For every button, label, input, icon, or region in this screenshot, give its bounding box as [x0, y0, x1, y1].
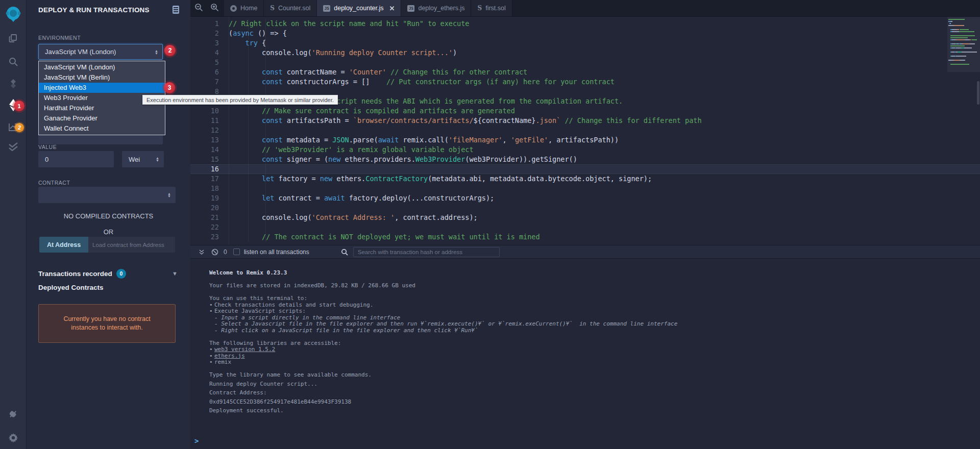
- tab-label: first.sol: [485, 5, 506, 12]
- code-line: 10 // Make sure contract is compiled and…: [190, 106, 980, 116]
- pending-tx-count: 0: [224, 248, 227, 256]
- terminal-line: Check transactions details and start deb…: [209, 302, 980, 309]
- terminal-line: remix: [209, 359, 980, 366]
- line-number: 16: [190, 164, 229, 174]
- panel-title: DEPLOY & RUN TRANSACTIONS: [38, 6, 150, 14]
- javascript-file-icon: JS: [407, 5, 414, 12]
- select-arrows-icon: ▲▼: [156, 157, 159, 162]
- line-number: 12: [190, 126, 229, 135]
- terminal[interactable]: Welcome to Remix 0.23.3 Your files are s…: [190, 259, 980, 449]
- clear-console-icon[interactable]: [208, 248, 222, 256]
- line-number: 2: [190, 29, 229, 38]
- listen-transactions-label: listen on all transactions: [244, 248, 309, 256]
- solidity-compiler-icon[interactable]: [0, 74, 27, 95]
- javascript-file-icon: JS: [323, 5, 330, 12]
- tab-deploy-counter-js[interactable]: JSdeploy_counter.js✕: [317, 0, 401, 16]
- tabs-container: HomeSCounter.solJSdeploy_counter.js✕JSde…: [224, 0, 512, 16]
- env-option-injected-web3[interactable]: Injected Web3: [39, 83, 165, 93]
- deploy-run-panel: DEPLOY & RUN TRANSACTIONS ENVIRONMENT Ja…: [27, 0, 190, 449]
- expand-terminal-icon[interactable]: [195, 249, 208, 255]
- contract-select[interactable]: ▲▼: [38, 187, 176, 203]
- code-line: 20: [190, 203, 980, 213]
- tab-label: deploy_counter.js: [334, 5, 383, 12]
- code-line: 1// Right click on the script name and h…: [190, 19, 980, 29]
- terminal-line: Your files are stored in indexedDB, 29.8…: [209, 283, 980, 289]
- code-line: 4 console.log('Running deploy Counter sc…: [190, 48, 980, 58]
- line-number: 13: [190, 135, 229, 145]
- tab-counter-sol[interactable]: SCounter.sol: [264, 0, 317, 16]
- tab-deploy-ethers-js[interactable]: JSdeploy_ethers.js: [401, 0, 471, 16]
- or-text: OR: [27, 228, 190, 236]
- env-option-wallet-connect[interactable]: Wallet Connect: [39, 123, 165, 134]
- tab-label: deploy_ethers.js: [418, 5, 464, 12]
- terminal-prompt[interactable]: >: [194, 437, 199, 445]
- env-option-ganache-provider[interactable]: Ganache Provider: [39, 113, 165, 123]
- zoom-out-icon[interactable]: [194, 3, 203, 14]
- tab-label: Home: [240, 5, 257, 12]
- code-line: 21 console.log('Contract Address: ', con…: [190, 213, 980, 222]
- terminal-toolbar: 0 listen on all transactions: [190, 245, 980, 259]
- terminal-link[interactable]: web3 version 1.5.2: [209, 346, 980, 353]
- terminal-line: Deployment successful.: [209, 408, 980, 414]
- remix-logo-icon[interactable]: [0, 3, 27, 24]
- code-line: 13 const metadata = JSON.parse(await rem…: [190, 135, 980, 145]
- environment-label: ENVIRONMENT: [38, 35, 81, 41]
- terminal-line: Running deploy Counter script...: [209, 381, 980, 388]
- line-number: 15: [190, 155, 229, 164]
- solidity-file-icon: S: [270, 5, 275, 12]
- minimap[interactable]: [948, 19, 977, 66]
- terminal-search-icon: [338, 248, 351, 256]
- terminal-link[interactable]: ethers.js: [209, 353, 980, 360]
- terminal-search-input[interactable]: [353, 247, 500, 257]
- code-line: 14 // 'web3Provider' is a remix global v…: [190, 145, 980, 155]
- chevron-down-icon[interactable]: ▼: [172, 270, 178, 277]
- no-compiled-contracts-text: NO COMPILED CONTRACTS: [27, 212, 190, 220]
- value-input[interactable]: 0: [38, 151, 114, 167]
- terminal-line: 0xd9145CCE52D386f254917e481eB44e9943F391…: [209, 399, 980, 406]
- file-explorer-icon[interactable]: [0, 28, 27, 48]
- line-number: 21: [190, 213, 229, 222]
- search-icon[interactable]: [0, 52, 27, 72]
- code-editor[interactable]: 1// Right click on the script name and h…: [190, 17, 980, 245]
- line-number: 6: [190, 67, 229, 77]
- panel-doc-icon[interactable]: [173, 6, 179, 14]
- line-number: 11: [190, 116, 229, 126]
- env-option-javascript-vm-london-[interactable]: JavaScript VM (London): [39, 62, 165, 72]
- env-option-hardhat-provider[interactable]: Hardhat Provider: [39, 103, 165, 113]
- value-unit-select[interactable]: Wei ▲▼: [122, 151, 164, 167]
- zoom-in-icon[interactable]: [210, 3, 219, 14]
- code-line: 3 try {: [190, 38, 980, 48]
- terminal-line: Welcome to Remix 0.23.3: [209, 270, 980, 277]
- terminal-line: Contract Address:: [209, 390, 980, 396]
- tab-first-sol[interactable]: Sfirst.sol: [471, 0, 512, 16]
- environment-select-value: JavaScript VM (London): [45, 48, 116, 56]
- terminal-line: The following libraries are accessible:: [209, 340, 980, 347]
- settings-gear-icon[interactable]: [0, 428, 27, 448]
- remix-home-icon: [230, 5, 237, 12]
- environment-select[interactable]: JavaScript VM (London) ▲▼: [38, 44, 163, 60]
- code-line: 5: [190, 58, 980, 67]
- transactions-recorded-label: Transactions recorded: [38, 270, 112, 278]
- close-tab-icon[interactable]: ✕: [389, 5, 395, 12]
- at-address-input[interactable]: [88, 237, 175, 253]
- value-label: VALUE: [38, 144, 57, 150]
- terminal-line: [209, 334, 980, 340]
- injected-web3-badge: 3: [164, 82, 175, 93]
- code-line: 23 // The contract is NOT deployed yet; …: [190, 232, 980, 242]
- line-number: 7: [190, 77, 229, 87]
- solidity-file-icon: S: [477, 5, 482, 12]
- at-address-button[interactable]: At Address: [39, 237, 88, 253]
- terminal-line: - Right click on a JavaScript file in th…: [209, 328, 980, 334]
- plugin-manager-icon[interactable]: [0, 404, 27, 425]
- env-option-javascript-vm-berlin-[interactable]: JavaScript VM (Berlin): [39, 72, 165, 83]
- tab-home[interactable]: Home: [224, 0, 264, 16]
- listen-transactions-checkbox[interactable]: [233, 248, 240, 255]
- transactions-recorded-row[interactable]: Transactions recorded 0 ▼: [38, 268, 178, 279]
- select-arrows-icon: ▲▼: [167, 192, 171, 197]
- code-line: 22: [190, 222, 980, 232]
- tab-label: Counter.sol: [278, 5, 310, 12]
- line-number: 22: [190, 222, 229, 232]
- line-number: 20: [190, 203, 229, 213]
- terminal-line: Execute JavaScript scripts:: [209, 308, 980, 315]
- unit-testing-icon[interactable]: [0, 137, 27, 157]
